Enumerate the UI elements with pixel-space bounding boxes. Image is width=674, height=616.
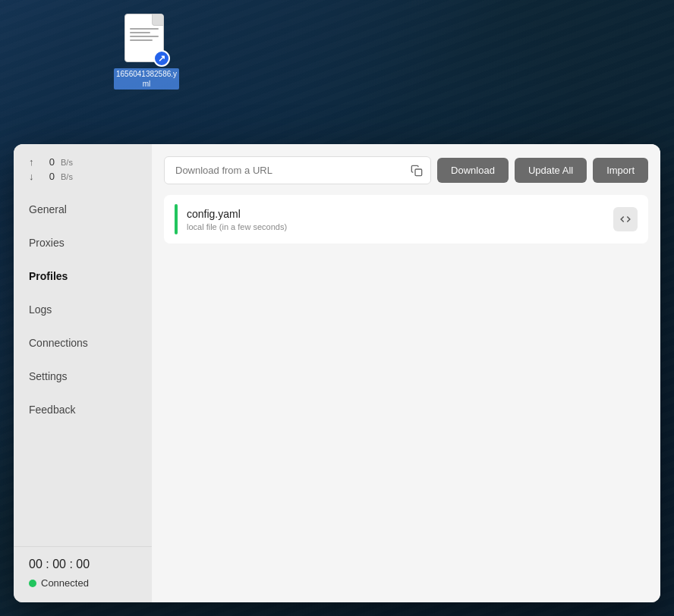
profiles-list: config.yaml local file (in a few seconds… bbox=[164, 195, 648, 590]
download-arrow: ↓ bbox=[29, 171, 36, 182]
profile-name: config.yaml bbox=[187, 208, 613, 220]
svg-rect-0 bbox=[415, 169, 422, 176]
app-window: ↑ 0 B/s ↓ 0 B/s General Proxies Profiles… bbox=[14, 144, 660, 602]
url-input[interactable] bbox=[165, 157, 403, 184]
main-content: Download Update All Import config.yaml l… bbox=[152, 144, 660, 602]
sidebar-footer: 00 : 00 : 00 Connected bbox=[14, 546, 152, 602]
network-stats: ↑ 0 B/s ↓ 0 B/s bbox=[14, 144, 152, 190]
cursor-icon: ↗ bbox=[153, 50, 170, 67]
desktop-file-icon[interactable]: ↗ 1656041382586.y ml bbox=[112, 14, 181, 90]
toolbar: Download Update All Import bbox=[164, 156, 648, 184]
download-unit: B/s bbox=[61, 172, 73, 181]
sidebar-item-logs[interactable]: Logs bbox=[14, 293, 152, 326]
upload-value: 0 bbox=[43, 156, 55, 168]
upload-stat: ↑ 0 B/s bbox=[29, 156, 137, 168]
file-icon-label: 1656041382586.y ml bbox=[114, 68, 179, 90]
download-value: 0 bbox=[43, 171, 55, 182]
download-stat: ↓ 0 B/s bbox=[29, 171, 137, 182]
connection-status-label: Connected bbox=[41, 577, 89, 589]
update-all-button[interactable]: Update All bbox=[515, 158, 587, 183]
sidebar-item-general[interactable]: General bbox=[14, 193, 152, 226]
sidebar-nav: General Proxies Profiles Logs Connection… bbox=[14, 190, 152, 546]
status-dot-icon bbox=[29, 580, 36, 587]
profile-code-button[interactable] bbox=[613, 207, 638, 231]
sidebar-item-settings[interactable]: Settings bbox=[14, 360, 152, 393]
connection-status: Connected bbox=[29, 577, 137, 589]
download-button[interactable]: Download bbox=[437, 158, 509, 183]
sidebar-item-profiles[interactable]: Profiles bbox=[14, 259, 152, 293]
session-timer: 00 : 00 : 00 bbox=[29, 558, 137, 571]
copy-url-button[interactable] bbox=[403, 159, 430, 183]
sidebar-item-proxies[interactable]: Proxies bbox=[14, 226, 152, 259]
upload-unit: B/s bbox=[61, 158, 73, 167]
import-button[interactable]: Import bbox=[593, 158, 648, 183]
url-input-wrapper bbox=[164, 156, 431, 184]
sidebar: ↑ 0 B/s ↓ 0 B/s General Proxies Profiles… bbox=[14, 144, 152, 602]
sidebar-item-feedback[interactable]: Feedback bbox=[14, 393, 152, 426]
profile-description: local file (in a few seconds) bbox=[187, 222, 613, 231]
sidebar-item-connections[interactable]: Connections bbox=[14, 326, 152, 360]
profile-active-indicator bbox=[175, 204, 178, 234]
profile-item[interactable]: config.yaml local file (in a few seconds… bbox=[164, 195, 648, 244]
profile-info: config.yaml local file (in a few seconds… bbox=[187, 208, 613, 231]
upload-arrow: ↑ bbox=[29, 156, 36, 168]
